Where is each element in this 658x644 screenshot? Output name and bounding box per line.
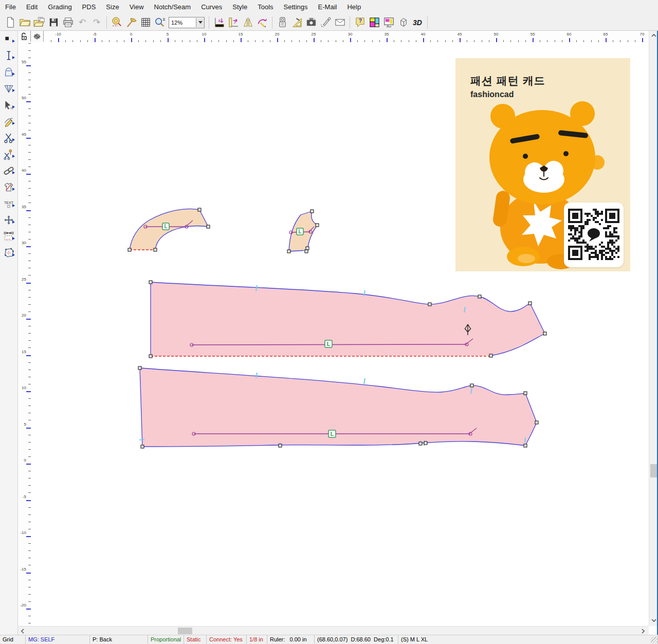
horizontal-scrollbar[interactable] (18, 626, 649, 635)
control-handle[interactable] (149, 281, 152, 284)
scissors-icon (3, 132, 14, 143)
open-button[interactable] (17, 15, 32, 30)
move-y-button[interactable]: y (226, 15, 241, 30)
monitor-button[interactable] (381, 15, 396, 30)
grid-table-icon (140, 16, 152, 28)
tool-pattern-piece[interactable] (0, 64, 17, 80)
tool-text[interactable]: TEXT (0, 195, 17, 212)
move-x-button[interactable]: x (212, 15, 226, 30)
menu-item-file[interactable]: File (0, 0, 21, 14)
control-handle[interactable] (141, 445, 144, 448)
control-handle[interactable] (207, 225, 210, 228)
hammer-button[interactable] (124, 15, 138, 30)
menu-item-edit[interactable]: Edit (21, 0, 43, 14)
ruler-lock-button[interactable] (18, 31, 31, 42)
scroll-right-icon[interactable] (641, 629, 645, 634)
tool-dart-fan[interactable] (0, 80, 17, 97)
control-handle[interactable] (310, 210, 314, 213)
rotate-seam-button[interactable] (255, 15, 269, 30)
stamp-lock-button[interactable] (275, 15, 289, 30)
print-button[interactable] (61, 15, 75, 30)
menu-item-notch-seam[interactable]: Notch/Seam (149, 0, 196, 14)
control-handle[interactable] (279, 444, 282, 447)
svg-text:L: L (298, 229, 301, 234)
zoom-button[interactable]: ± (153, 15, 167, 30)
menu-item-view[interactable]: View (124, 0, 149, 14)
tool-point-select[interactable] (0, 31, 17, 47)
menu-item-tools[interactable]: Tools (252, 0, 278, 14)
menu-item-e-mail[interactable]: E-Mail (313, 0, 342, 14)
tool-scissors[interactable] (0, 130, 17, 146)
vertical-scroll-thumb[interactable] (650, 464, 657, 477)
print-icon (62, 16, 74, 28)
horizontal-scroll-thumb[interactable] (178, 628, 192, 634)
control-handle[interactable] (306, 247, 309, 250)
mirror-flip-button[interactable] (241, 15, 255, 30)
cube-3d-button[interactable] (396, 15, 410, 30)
redo-button[interactable]: ↷ (89, 15, 104, 30)
tool-move-pan[interactable] (0, 212, 17, 228)
undo-button[interactable]: ↶ (75, 15, 89, 30)
resize-grip[interactable] (651, 637, 657, 643)
control-handle[interactable] (198, 208, 201, 211)
control-handle[interactable] (287, 250, 290, 253)
new-document-button[interactable] (3, 15, 17, 30)
control-handle[interactable] (305, 250, 308, 253)
control-handle[interactable] (424, 441, 427, 445)
open-all-button[interactable] (32, 15, 46, 30)
svg-text:L: L (164, 224, 167, 229)
pattern-piece-sleeve-bottom[interactable] (140, 368, 537, 447)
control-handle[interactable] (149, 355, 152, 358)
menu-item-help[interactable]: Help (342, 0, 366, 14)
control-handle[interactable] (489, 354, 492, 357)
control-handle[interactable] (428, 303, 431, 306)
tool-line-point[interactable] (0, 47, 17, 64)
airbrush-button[interactable] (318, 15, 333, 30)
view-3d-button[interactable]: 3D (410, 15, 425, 30)
tool-cursor-menu[interactable] (0, 97, 17, 113)
scroll-down-icon[interactable] (651, 618, 656, 622)
menu-item-settings[interactable]: Settings (279, 0, 313, 14)
control-handle[interactable] (535, 421, 538, 424)
camera-button[interactable] (304, 15, 318, 30)
email-button[interactable] (333, 15, 347, 30)
zoom-level-dropdown[interactable]: 12% (169, 17, 205, 28)
help-button[interactable]: ? (353, 15, 367, 30)
qr-code-matrix (568, 209, 619, 260)
tool-polygon-xy[interactable] (0, 245, 17, 261)
control-handle[interactable] (138, 366, 141, 370)
tool-measure-distance[interactable] (0, 228, 17, 245)
tool-garment-shirt[interactable] (0, 179, 17, 195)
menu-item-pds[interactable]: PDS (77, 0, 101, 14)
drawing-canvas[interactable]: LLLL 패션 패턴 캐드 fashioncad (31, 42, 649, 626)
control-handle[interactable] (316, 224, 319, 227)
control-handle[interactable] (524, 444, 527, 447)
tool-cut-notch-pin[interactable] (0, 146, 17, 162)
scroll-up-icon[interactable] (651, 33, 656, 38)
control-handle[interactable] (470, 384, 473, 387)
tool-pencil-curve[interactable] (0, 113, 17, 130)
control-handle[interactable] (128, 248, 131, 251)
pds-windows-button[interactable] (367, 15, 381, 30)
set-square-button[interactable] (289, 15, 304, 30)
qr-code (564, 203, 624, 267)
control-handle[interactable] (543, 332, 546, 335)
menu-item-size[interactable]: Size (101, 0, 124, 14)
control-handle[interactable] (419, 442, 422, 445)
ruler-origin-button[interactable] (31, 31, 44, 42)
control-handle[interactable] (524, 392, 527, 395)
ruler-corner (18, 31, 44, 43)
save-button[interactable] (46, 15, 61, 30)
control-handle[interactable] (154, 248, 157, 251)
scroll-left-icon[interactable] (21, 629, 25, 634)
control-handle[interactable] (528, 302, 532, 305)
measure-tape-button[interactable] (109, 15, 124, 30)
menu-item-grading[interactable]: Grading (43, 0, 77, 14)
toolbar-separator (427, 16, 428, 29)
menu-item-style[interactable]: Style (227, 0, 252, 14)
menu-item-curves[interactable]: Curves (196, 0, 227, 14)
dropdown-arrow-icon[interactable] (196, 18, 204, 27)
grid-table-button[interactable] (138, 15, 153, 30)
tool-chain-link[interactable] (0, 162, 17, 179)
control-handle[interactable] (478, 295, 481, 298)
